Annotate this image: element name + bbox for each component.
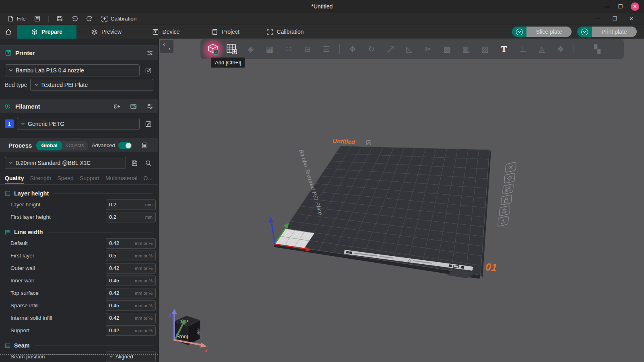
printer-preset-select[interactable]: Bambu Lab P1S 0.4 nozzle — [5, 64, 140, 76]
param-dropdown[interactable]: Aligned — [106, 352, 156, 362]
orient-plate-icon[interactable] — [504, 173, 515, 183]
edit-plate-name-icon[interactable] — [366, 140, 371, 145]
auto-orient-icon[interactable]: ◈ — [245, 43, 257, 55]
param-input[interactable]: 0.45mm or % — [106, 300, 156, 311]
os-close-button[interactable]: ✕ — [631, 2, 639, 11]
measure-icon[interactable]: ⊥ — [517, 43, 529, 55]
scope-global-button[interactable]: Global — [36, 141, 62, 150]
param-input[interactable]: 0.42mm or % — [106, 325, 156, 336]
fix-model-icon[interactable]: ❖ — [555, 43, 567, 55]
arrange-plate-icon[interactable] — [503, 184, 514, 194]
ams-sync-icon[interactable] — [130, 103, 137, 110]
param-input[interactable]: 0.2mm — [106, 212, 156, 222]
viewport-3d[interactable]: Untitled Bambu Textured PEI Plate 01 — [159, 39, 644, 362]
delete-plate-icon[interactable] — [506, 162, 516, 173]
plate-number-label: 01 — [485, 261, 497, 274]
bed-type-label: Bed type — [5, 82, 27, 88]
chevron-down-icon — [109, 354, 114, 359]
tab-others[interactable]: O... — [143, 175, 153, 184]
split-to-objects-icon[interactable]: ∷ — [283, 43, 295, 55]
tab-multimaterial[interactable]: Multimaterial — [105, 175, 137, 184]
param-value: 0.42 — [109, 315, 119, 321]
edit-filament-button[interactable] — [143, 119, 153, 129]
param-input[interactable]: 0.42mm or % — [106, 238, 156, 249]
scale-icon[interactable]: ⤢ — [384, 43, 396, 55]
param-row: Top surface0.42mm or % — [0, 287, 158, 299]
printer-settings-sliders-icon[interactable] — [147, 49, 153, 56]
mesh-boolean-icon[interactable]: ▩ — [441, 43, 453, 55]
arrange-icon[interactable]: ▦ — [264, 43, 276, 55]
bed-type-select[interactable]: Textured PEI Plate — [30, 79, 153, 91]
tab-strength[interactable]: Strength — [30, 175, 51, 184]
plate-name-group[interactable]: Untitled — [332, 137, 371, 146]
redo-button[interactable] — [82, 13, 97, 25]
seam-painting-icon[interactable]: ▨ — [479, 43, 491, 55]
lock-plate-icon[interactable] — [501, 195, 512, 205]
slice-plate-button[interactable]: Slice plate — [526, 27, 572, 37]
print-plate-button[interactable]: Print plate — [592, 27, 637, 37]
menu-list-button[interactable] — [30, 13, 45, 25]
split-to-parts-icon[interactable]: ⊟ — [301, 43, 314, 55]
search-parameters-button[interactable] — [143, 158, 153, 168]
os-maximize-button[interactable]: ❐ — [618, 4, 623, 10]
filament-preset-select[interactable]: Generic PETG — [17, 118, 140, 130]
plate-settings-icon[interactable] — [500, 206, 510, 216]
print-plate-dropdown[interactable] — [577, 27, 592, 37]
text-icon[interactable]: T — [498, 43, 510, 55]
rotate-icon[interactable]: ↻ — [365, 43, 378, 55]
process-section-header: Process Global Objects Advanced A⇄B — [0, 138, 158, 153]
file-menu[interactable]: File — [3, 13, 30, 25]
tab-speed[interactable]: Speed — [57, 175, 73, 184]
tab-support[interactable]: Support — [80, 175, 99, 184]
tab-project[interactable]: Project — [196, 25, 255, 39]
support-painting-icon[interactable]: ▥ — [460, 43, 472, 55]
parameter-list-icon[interactable] — [141, 142, 148, 149]
nav-cube[interactable]: Top Front Right z x — [169, 309, 208, 354]
param-value: 0.2 — [109, 202, 116, 208]
undo-button[interactable] — [67, 13, 82, 25]
tab-calibration[interactable]: Calibration — [255, 25, 315, 39]
save-preset-button[interactable] — [129, 158, 140, 168]
slice-plate-split-button: Slice plate — [512, 27, 572, 37]
axis-x-label: x — [204, 348, 208, 354]
app-close-button[interactable]: ✕ — [629, 16, 634, 22]
calibration-menu[interactable]: Calibration — [97, 13, 141, 25]
app-minimize-button[interactable]: — — [595, 16, 600, 22]
tab-device[interactable]: Device — [136, 25, 196, 39]
plate-label-icon[interactable] — [498, 216, 509, 226]
tab-quality[interactable]: Quality — [5, 175, 24, 184]
advanced-toggle[interactable] — [118, 142, 132, 149]
app-maximize-button[interactable]: ❐ — [612, 16, 617, 22]
chevron-down-icon — [8, 68, 13, 73]
scope-objects-button[interactable]: Objects — [62, 142, 88, 148]
process-preset-select[interactable]: 0.20mm Standard @BBL X1C — [5, 157, 126, 169]
slice-plate-dropdown[interactable] — [512, 27, 526, 37]
filament-settings-sliders-icon[interactable] — [147, 103, 153, 110]
os-minimize-button[interactable]: — — [605, 4, 610, 10]
param-input[interactable]: 0.5mm or % — [106, 251, 156, 261]
add-filament-icon[interactable] — [114, 103, 120, 110]
printer-section-title: Printer — [15, 49, 35, 56]
home-button[interactable] — [0, 25, 17, 39]
tab-prepare[interactable]: Prepare — [17, 25, 76, 39]
param-input[interactable]: 0.42mm or % — [106, 288, 156, 298]
edit-printer-button[interactable] — [143, 65, 153, 76]
save-button[interactable] — [52, 13, 67, 25]
assemble-icon[interactable]: ▚ — [591, 43, 603, 55]
tab-preview[interactable]: Preview — [76, 25, 136, 39]
add-icon[interactable] — [207, 43, 219, 55]
param-input[interactable]: 0.42mm or % — [106, 313, 156, 323]
move-icon[interactable]: ✥ — [347, 43, 359, 55]
undo-icon — [71, 15, 78, 22]
chevron-down-icon — [21, 121, 25, 126]
param-label: Support — [10, 327, 29, 333]
cut-icon[interactable]: ✂ — [422, 43, 434, 55]
exploded-view-icon[interactable]: ◬ — [536, 43, 548, 55]
lay-on-face-icon[interactable]: ◺ — [403, 43, 415, 55]
param-input[interactable]: 0.45mm or % — [106, 276, 156, 286]
add-plate-icon[interactable] — [226, 43, 238, 55]
param-input[interactable]: 0.42mm or % — [106, 263, 156, 274]
sidebar-collapse-button[interactable]: ‹› — [160, 40, 173, 53]
param-input[interactable]: 0.2mm — [106, 200, 156, 210]
variable-layer-height-icon[interactable]: ☰ — [320, 43, 332, 55]
